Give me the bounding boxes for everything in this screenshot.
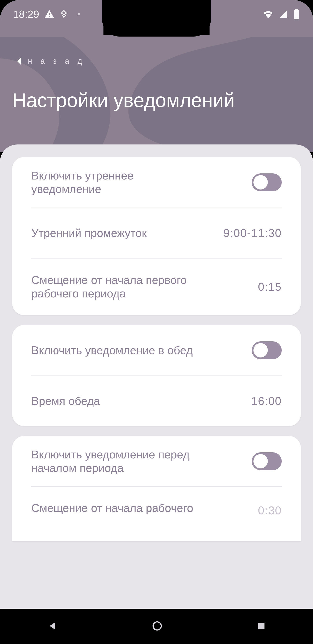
- signal-icon: [279, 10, 288, 18]
- morning-interval-row[interactable]: Утренний промежуток 9:00-11:30: [31, 208, 282, 258]
- lunch-card: Включить уведомление в обед Время обеда …: [12, 325, 301, 426]
- period-enable-label: Включить уведомление перед началом перио…: [31, 448, 201, 475]
- screen: 18:29: [0, 0, 313, 644]
- status-dot-icon: [78, 13, 80, 15]
- settings-sheet: Включить утреннее уведомление Утренний п…: [0, 144, 313, 609]
- morning-enable-label: Включить утреннее уведомление: [31, 169, 201, 196]
- nav-home-button[interactable]: [152, 620, 163, 632]
- location-icon: [59, 9, 68, 19]
- morning-interval-label: Утренний промежуток: [31, 226, 147, 240]
- nav-recent-button[interactable]: [257, 621, 266, 632]
- svg-point-3: [153, 622, 161, 630]
- period-enable-row[interactable]: Включить уведомление перед началом перио…: [31, 436, 282, 486]
- morning-enable-row[interactable]: Включить утреннее уведомление: [31, 157, 282, 208]
- svg-rect-1: [294, 10, 299, 19]
- toggle-knob: [254, 343, 268, 358]
- lunch-time-label: Время обеда: [31, 394, 100, 408]
- status-right: [263, 9, 300, 19]
- nav-back-button[interactable]: [47, 620, 58, 632]
- page-title: Настройки уведомлений: [12, 89, 235, 112]
- lunch-enable-label: Включить уведомление в обед: [31, 344, 193, 357]
- morning-card: Включить утреннее уведомление Утренний п…: [12, 157, 301, 315]
- status-time: 18:29: [13, 8, 39, 20]
- toggle-knob: [254, 454, 268, 468]
- period-card: Включить уведомление перед началом перио…: [12, 436, 301, 541]
- morning-offset-value: 0:15: [258, 280, 282, 293]
- morning-offset-row[interactable]: Смещение от начала первого рабочего пери…: [31, 258, 282, 315]
- svg-rect-2: [295, 9, 298, 11]
- svg-rect-4: [258, 623, 264, 629]
- period-offset-value: 0:30: [258, 501, 282, 517]
- period-offset-row[interactable]: Смещение от начала рабочего 0:30: [31, 486, 282, 517]
- period-enable-toggle[interactable]: [252, 452, 282, 470]
- navigation-bar: [0, 609, 313, 644]
- warning-icon: [44, 9, 54, 19]
- lunch-time-value: 16:00: [251, 394, 282, 408]
- status-bar: 18:29: [0, 0, 313, 28]
- back-arrow-icon: [16, 57, 22, 66]
- lunch-enable-toggle[interactable]: [252, 341, 282, 359]
- lunch-enable-row[interactable]: Включить уведомление в обед: [31, 325, 282, 376]
- morning-enable-toggle[interactable]: [252, 174, 282, 191]
- back-button[interactable]: н а з а д: [16, 56, 85, 66]
- wifi-icon: [263, 10, 274, 18]
- header: н а з а д Настройки уведомлений: [0, 35, 313, 152]
- battery-icon: [293, 9, 300, 19]
- morning-interval-value: 9:00-11:30: [223, 226, 282, 240]
- morning-offset-label: Смещение от начала первого рабочего пери…: [31, 273, 201, 300]
- period-offset-label: Смещение от начала рабочего: [31, 501, 193, 515]
- lunch-time-row[interactable]: Время обеда 16:00: [31, 376, 282, 426]
- back-label: н а з а д: [28, 56, 85, 66]
- status-left: 18:29: [13, 8, 80, 20]
- svg-point-0: [63, 17, 64, 18]
- toggle-knob: [254, 175, 268, 190]
